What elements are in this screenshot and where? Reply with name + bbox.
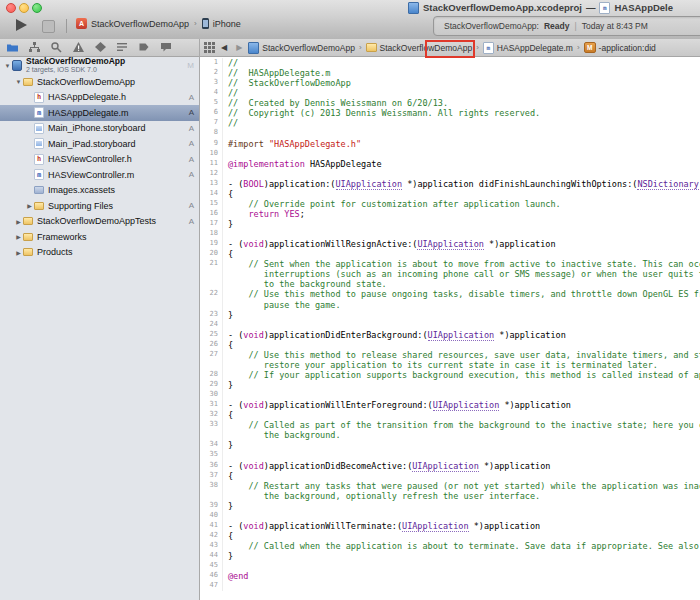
minimize-window-button[interactable] <box>19 3 29 13</box>
sidebar-item-hasappdelegate-h[interactable]: hHASAppDelegate.hA <box>0 90 199 106</box>
line-number[interactable]: 9 <box>200 139 222 149</box>
line-number[interactable]: 37 <box>200 471 222 481</box>
line-number[interactable]: 20 <box>200 249 222 259</box>
line-number[interactable]: 41 <box>200 521 222 531</box>
line-number[interactable]: 33 <box>200 420 222 430</box>
line-number[interactable]: 7 <box>200 118 222 128</box>
line-number[interactable] <box>200 360 222 370</box>
line-number[interactable] <box>200 279 222 289</box>
line-number[interactable]: 46 <box>200 571 222 581</box>
line-number[interactable]: 45 <box>200 561 222 571</box>
sidebar-item-hasappdelegate-m[interactable]: mHASAppDelegate.mA <box>0 105 199 121</box>
sidebar-item-hasviewcontroller-h[interactable]: hHASViewController.hA <box>0 152 199 168</box>
zoom-window-button[interactable] <box>32 3 42 13</box>
line-number[interactable]: 30 <box>200 390 222 400</box>
line-number[interactable]: 19 <box>200 239 222 249</box>
source-editor[interactable]: 1//2// HASAppDelegate.m3// StackOverflow… <box>200 57 700 600</box>
line-number[interactable]: 18 <box>200 229 222 239</box>
line-number[interactable]: 12 <box>200 169 222 179</box>
search-navigator-icon[interactable] <box>50 41 63 54</box>
sidebar-item-main-ipad-storyboard[interactable]: Main_iPad.storyboardA <box>0 136 199 152</box>
breadcrumb-method-label[interactable]: -application:did <box>599 43 656 53</box>
stop-button[interactable] <box>42 20 55 33</box>
line-number[interactable]: 39 <box>200 501 222 511</box>
breadcrumb-file[interactable]: m HASAppDelegate.m <box>483 42 573 54</box>
sidebar-item-main-iphone-storyboard[interactable]: Main_iPhone.storyboardA <box>0 121 199 137</box>
line-number[interactable]: 40 <box>200 511 222 521</box>
line-number[interactable]: 4 <box>200 88 222 98</box>
line-number[interactable] <box>200 430 222 440</box>
line-number[interactable]: 3 <box>200 78 222 88</box>
line-number[interactable]: 15 <box>200 199 222 209</box>
line-number[interactable]: 38 <box>200 481 222 491</box>
log-navigator-icon[interactable] <box>160 41 173 54</box>
go-back-button[interactable]: ◀ <box>218 44 230 52</box>
line-number[interactable]: 14 <box>200 189 222 199</box>
related-items-icon[interactable] <box>204 42 215 53</box>
symbol-navigator-icon[interactable] <box>28 41 41 54</box>
sidebar-item-images-xcassets[interactable]: Images.xcassets <box>0 183 199 199</box>
line-number[interactable]: 32 <box>200 410 222 420</box>
line-number[interactable] <box>200 269 222 279</box>
breadcrumb-group-label[interactable]: StackOverflowDemoApp <box>380 43 473 53</box>
debug-navigator-icon[interactable] <box>116 41 129 54</box>
breadcrumb-project[interactable]: StackOverflowDemoApp <box>248 42 355 54</box>
line-number[interactable]: 1 <box>200 58 222 68</box>
line-number[interactable]: 29 <box>200 380 222 390</box>
project-navigator-icon[interactable] <box>6 41 19 54</box>
disclosure-triangle[interactable]: ▶ <box>14 233 23 240</box>
breadcrumb-method[interactable]: M -application:did <box>584 42 656 53</box>
line-number[interactable]: 24 <box>200 320 222 330</box>
go-forward-button[interactable]: ▶ <box>233 44 245 52</box>
disclosure-triangle[interactable]: ▶ <box>25 202 34 209</box>
line-number[interactable]: 25 <box>200 330 222 340</box>
line-number[interactable]: 26 <box>200 340 222 350</box>
line-number[interactable]: 34 <box>200 440 222 450</box>
issue-navigator-icon[interactable] <box>72 41 85 54</box>
sidebar-item-stackoverflowdemoapp[interactable]: ▼StackOverflowDemoApp2 targets, iOS SDK … <box>0 57 199 74</box>
line-number[interactable]: 10 <box>200 149 222 159</box>
line-number[interactable]: 42 <box>200 531 222 541</box>
sidebar-item-hasviewcontroller-m[interactable]: mHASViewController.mA <box>0 167 199 183</box>
breadcrumb-project-label[interactable]: StackOverflowDemoApp <box>262 43 355 53</box>
sidebar-item-stackoverflowdemoapptests[interactable]: ▶StackOverflowDemoAppTestsA <box>0 214 199 230</box>
titlebar[interactable]: StackOverflowDemoApp.xcodeproj — m HASAp… <box>0 0 700 14</box>
breadcrumb-file-label[interactable]: HASAppDelegate.m <box>497 43 573 53</box>
sidebar-item-frameworks[interactable]: ▶Frameworks <box>0 229 199 245</box>
run-button[interactable] <box>16 19 27 31</box>
test-navigator-icon[interactable] <box>94 41 107 54</box>
line-number[interactable]: 17 <box>200 219 222 229</box>
breakpoint-navigator-icon[interactable] <box>138 41 151 54</box>
line-number[interactable]: 23 <box>200 310 222 320</box>
line-number[interactable]: 22 <box>200 289 222 299</box>
line-number[interactable]: 35 <box>200 450 222 460</box>
line-number[interactable]: 21 <box>200 259 222 269</box>
line-number[interactable]: 36 <box>200 461 222 471</box>
scheme-name[interactable]: StackOverflowDemoApp <box>91 19 189 29</box>
line-number[interactable]: 8 <box>200 128 222 138</box>
line-number[interactable]: 6 <box>200 108 222 118</box>
line-number[interactable]: 13 <box>200 179 222 189</box>
sidebar-item-products[interactable]: ▶Products <box>0 245 199 261</box>
breadcrumb-group[interactable]: StackOverflowDemoApp <box>366 43 473 53</box>
line-number[interactable]: 43 <box>200 541 222 551</box>
close-window-button[interactable] <box>6 3 16 13</box>
disclosure-triangle[interactable]: ▶ <box>14 218 23 225</box>
line-number[interactable]: 16 <box>200 209 222 219</box>
line-number[interactable]: 11 <box>200 159 222 169</box>
scheme-selector[interactable]: A StackOverflowDemoApp › iPhone <box>76 18 241 29</box>
line-number[interactable]: 44 <box>200 551 222 561</box>
line-number[interactable]: 2 <box>200 68 222 78</box>
line-number[interactable]: 31 <box>200 400 222 410</box>
line-number[interactable]: 47 <box>200 581 222 591</box>
line-number[interactable]: 27 <box>200 350 222 360</box>
line-number[interactable] <box>200 300 222 310</box>
disclosure-triangle[interactable]: ▼ <box>3 63 12 69</box>
line-number[interactable]: 5 <box>200 98 222 108</box>
line-number[interactable]: 28 <box>200 370 222 380</box>
destination-name[interactable]: iPhone <box>213 19 241 29</box>
sidebar-item-supporting-files[interactable]: ▶Supporting FilesA <box>0 198 199 214</box>
disclosure-triangle[interactable]: ▶ <box>14 249 23 256</box>
sidebar-item-stackoverflowdemoapp[interactable]: ▼StackOverflowDemoApp <box>0 74 199 90</box>
line-number[interactable] <box>200 491 222 501</box>
